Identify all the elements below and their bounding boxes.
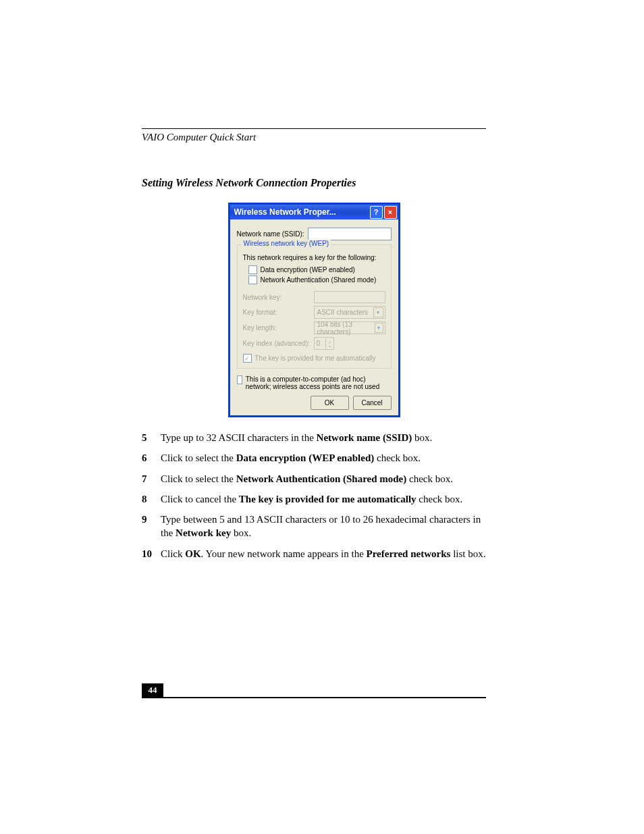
ssid-input[interactable] xyxy=(308,228,392,240)
step-item: 8Click to cancel the The key is provided… xyxy=(142,492,486,506)
step-text: Type between 5 and 13 ASCII characters o… xyxy=(161,513,486,540)
adhoc-label: This is a computer-to-computer (ad hoc) … xyxy=(246,375,392,390)
titlebar-text: Wireless Network Proper... xyxy=(234,207,370,217)
wep-legend: Wireless network key (WEP) xyxy=(242,240,331,247)
close-icon[interactable]: × xyxy=(384,206,397,219)
keyindex-label: Key index (advanced): xyxy=(243,340,314,347)
keyindex-stepper[interactable]: 0 ▴ ▾ xyxy=(314,337,334,350)
step-number: 9 xyxy=(142,513,161,540)
wep-groupbox: Wireless network key (WEP) This network … xyxy=(237,244,392,369)
chevron-down-icon: ▾ xyxy=(325,344,333,348)
chevron-up-icon: ▴ xyxy=(325,339,333,344)
keyformat-select[interactable]: ASCII characters ▾ xyxy=(314,306,385,319)
encryption-checkbox[interactable] xyxy=(248,265,257,274)
step-number: 6 xyxy=(142,451,161,465)
step-text: Click to cancel the The key is provided … xyxy=(161,492,486,506)
keylength-select[interactable]: 104 bits (13 characters) ▾ xyxy=(314,321,385,334)
step-item: 6Click to select the Data encryption (WE… xyxy=(142,451,486,465)
step-text: Click OK. Your new network name appears … xyxy=(161,547,486,561)
keyformat-label: Key format: xyxy=(243,309,314,316)
step-number: 5 xyxy=(142,431,161,444)
step-number: 8 xyxy=(142,492,161,506)
auth-checkbox[interactable] xyxy=(248,276,257,284)
page-number: 44 xyxy=(142,683,163,697)
keyindex-value: 0 xyxy=(315,340,325,347)
keylength-label: Key length: xyxy=(243,324,314,332)
step-item: 7Click to select the Network Authenticat… xyxy=(142,472,486,486)
chevron-down-icon: ▾ xyxy=(373,307,383,317)
adhoc-checkbox[interactable] xyxy=(237,375,242,384)
autokey-checkbox[interactable]: ✓ xyxy=(243,354,252,363)
step-item: 10Click OK. Your new network name appear… xyxy=(142,547,486,561)
help-icon[interactable]: ? xyxy=(370,206,383,219)
dialog-window: Wireless Network Proper... ? × Network n… xyxy=(228,203,400,417)
step-number: 10 xyxy=(142,547,161,561)
step-text: Click to select the Network Authenticati… xyxy=(161,472,486,486)
step-text: Click to select the Data encryption (WEP… xyxy=(161,451,486,465)
encryption-label: Data encryption (WEP enabled) xyxy=(261,266,355,273)
wep-note: This network requires a key for the foll… xyxy=(243,254,385,261)
step-item: 5Type up to 32 ASCII characters in the N… xyxy=(142,431,486,444)
steps-list: 5Type up to 32 ASCII characters in the N… xyxy=(142,431,486,561)
step-item: 9Type between 5 and 13 ASCII characters … xyxy=(142,513,486,540)
autokey-label: The key is provided for me automatically xyxy=(255,355,376,362)
networkkey-label: Network key: xyxy=(243,294,314,301)
running-header: VAIO Computer Quick Start xyxy=(142,132,486,143)
ok-button[interactable]: OK xyxy=(311,396,349,410)
ssid-label: Network name (SSID): xyxy=(237,230,308,238)
cancel-button[interactable]: Cancel xyxy=(353,396,392,410)
step-text: Type up to 32 ASCII characters in the Ne… xyxy=(161,431,486,444)
networkkey-input[interactable] xyxy=(314,291,385,303)
auth-label: Network Authentication (Shared mode) xyxy=(261,276,377,284)
chevron-down-icon: ▾ xyxy=(375,323,383,333)
keyformat-value: ASCII characters xyxy=(317,309,369,316)
titlebar: Wireless Network Proper... ? × xyxy=(230,205,398,219)
keylength-value: 104 bits (13 characters) xyxy=(317,321,375,336)
step-number: 7 xyxy=(142,472,161,486)
section-title: Setting Wireless Network Connection Prop… xyxy=(142,177,486,189)
